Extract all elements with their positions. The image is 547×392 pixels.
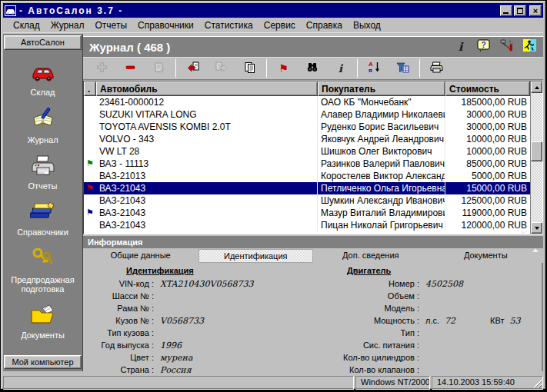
menu-item-zhurnal[interactable]: Журнал: [45, 18, 90, 32]
column-header-price[interactable]: Стоимость: [445, 81, 530, 96]
table-row[interactable]: SUZUKI VITARA LONG Алавер Владимир Никол…: [84, 108, 530, 121]
close-button[interactable]: ×: [529, 5, 542, 16]
keys-icon: [31, 247, 55, 273]
column-header-flag[interactable]: .: [84, 81, 96, 96]
table-row[interactable]: VOLVO - 343 Яковчук Андрей Леандрович 10…: [84, 133, 530, 145]
tab-identifikatsiya[interactable]: Идентификация: [198, 249, 314, 263]
help-button[interactable]: ?: [476, 40, 491, 54]
journal-header: Журнал ( 468 ) i ?: [83, 36, 543, 57]
field-label: VIN-код :: [83, 278, 154, 291]
cell-buyer: Пицан Николай Григорьевич: [318, 219, 445, 231]
sidebar-item-label: Документы: [5, 331, 81, 340]
table-row[interactable]: TOYOTA AVENSIS KOMBI 2.0T Руденко Борис …: [84, 121, 530, 133]
status-datetime: 14.10.2003 15:59:40: [437, 377, 515, 387]
flag-button[interactable]: ⚑: [269, 59, 298, 78]
sidebar-group-avtosalon[interactable]: АвтоСалон: [4, 35, 82, 50]
import-button[interactable]: [178, 59, 207, 78]
menu-item-sklad[interactable]: Склад: [8, 18, 45, 32]
table-row[interactable]: ВАЗ-21043 Шумкин Александр Иванович 1250…: [84, 194, 530, 207]
tab-dokumenty[interactable]: Документы: [429, 249, 544, 263]
sidebar-item-spravochniki[interactable]: Справочники: [5, 201, 81, 237]
delete-button[interactable]: [116, 59, 145, 78]
menu-item-spravka[interactable]: Справка: [301, 18, 348, 32]
edit-button[interactable]: [145, 59, 173, 78]
collapse-panel-button[interactable]: [520, 235, 526, 249]
identification-fields: VIN-код :XTA210430V0568733Шасси № :Рама …: [83, 278, 322, 377]
field-value: [419, 352, 425, 364]
table-row[interactable]: ⚑ ВАЗ - 11113 Разинков Валерий Павлович …: [84, 158, 530, 170]
table-row[interactable]: 23461-0000012 ОАО КБ "Мончебанк" 185000,…: [84, 96, 530, 108]
tab-obshchie-dannye[interactable]: Общие данные: [83, 249, 198, 263]
field-label: Тип :: [325, 327, 419, 340]
record-info-button[interactable]: i: [326, 59, 355, 78]
settings-button[interactable]: [499, 40, 514, 54]
copy-button[interactable]: [235, 59, 264, 78]
info-button[interactable]: i: [453, 40, 468, 54]
form-field: Модель :: [325, 303, 545, 315]
cell-car: ВАЗ-21043: [96, 207, 318, 219]
cell-price: 5000,00 RUB: [445, 170, 530, 182]
cell-car: VW LT 28: [96, 145, 318, 158]
add-button[interactable]: [88, 59, 116, 78]
maximize-button[interactable]: [514, 5, 526, 16]
info-form: Идентификация VIN-код :XTA210430V0568733…: [83, 263, 543, 371]
field-value: [154, 303, 160, 315]
add-icon: [96, 61, 108, 76]
collapse-down-icon: [520, 231, 526, 248]
table-row[interactable]: ВАЗ-21043 Пицан Николай Григорьевич 1200…: [84, 219, 530, 231]
cell-price: 119000,00 RUB: [445, 207, 530, 219]
filter-button[interactable]: [389, 59, 417, 78]
form-field: Год выпуска :1996: [83, 340, 322, 352]
table-scrollbar[interactable]: [530, 81, 542, 234]
copy-icon: [244, 61, 256, 76]
table-row[interactable]: VW LT 28 Шишков Олег Викторович 10000,00…: [84, 145, 530, 158]
record-info-icon: i: [339, 62, 342, 75]
toolbar-separator: [266, 59, 267, 78]
cell-car: ВАЗ-21043: [96, 182, 318, 194]
table-row[interactable]: ⚑ ВАЗ-21043 Мазур Виталий Владимирович 1…: [84, 207, 530, 219]
sidebar-item-dokumenty[interactable]: Документы: [5, 304, 81, 340]
menu-item-vykhod[interactable]: Выход: [348, 18, 386, 32]
menu-item-otchety[interactable]: Отчеты: [90, 18, 132, 32]
exit-button[interactable]: [522, 40, 537, 54]
engine-group: Двигатель Номер :4502508Объем :Модель :М…: [325, 266, 545, 377]
cell-buyer: Шумкин Александр Иванович: [318, 194, 445, 207]
scrollbar-thumb[interactable]: [531, 141, 542, 161]
arrow-down-icon: [535, 227, 539, 230]
expand-panel-button[interactable]: [532, 235, 539, 249]
sort-button[interactable]: Ая: [360, 59, 389, 78]
sidebar-item-otchety[interactable]: Отчеты: [5, 154, 81, 191]
resize-grip[interactable]: [533, 380, 542, 389]
export-icon: [215, 61, 228, 76]
app-window: - АвтоСалон 3.7 - × Склад Журнал Отчеты …: [0, 0, 547, 392]
menu-item-statistika[interactable]: Статистика: [199, 18, 258, 32]
cell-car: VOLVO - 343: [96, 133, 318, 145]
title-bar: - АвтоСалон 3.7 - ×: [3, 3, 543, 18]
status-panel-main: [3, 376, 354, 390]
row-flag-icon: [84, 219, 96, 231]
export-button[interactable]: [207, 59, 235, 78]
column-header-car[interactable]: Автомобиль: [96, 81, 318, 96]
scroll-up-button[interactable]: [531, 81, 542, 93]
column-header-buyer[interactable]: Покупатель: [318, 81, 445, 96]
scroll-down-button[interactable]: [531, 222, 542, 234]
sidebar-group-moy-kompyuter[interactable]: Мой компьютер: [4, 355, 82, 369]
row-flag-icon: [84, 145, 96, 158]
info-tabs: Общие данные Идентификация Доп. сведения…: [83, 249, 543, 263]
cell-car: ВАЗ-21013: [96, 170, 318, 182]
sidebar-item-sklad[interactable]: Склад: [5, 62, 81, 97]
sidebar-item-zhurnal[interactable]: Журнал: [5, 107, 81, 145]
minimize-button[interactable]: [500, 5, 512, 16]
menu-item-spravochniki[interactable]: Справочники: [132, 18, 199, 32]
field-label: Мощность :: [325, 315, 419, 327]
table-row[interactable]: ⚑ ВАЗ-21043 Петличенко Ольга Игорьевна 1…: [84, 182, 530, 194]
table-row[interactable]: ВАЗ-21013 Коростелев Виктор Александров …: [84, 170, 530, 182]
sidebar-item-predprodazhnaya[interactable]: Предпродажная подготовка: [5, 247, 81, 294]
field-label: Год выпуска :: [83, 340, 154, 352]
svg-text:я: я: [369, 67, 372, 73]
menu-item-servis[interactable]: Сервис: [258, 18, 301, 32]
print-button[interactable]: [422, 59, 451, 78]
tab-dop-svedeniya[interactable]: Доп. сведения: [313, 249, 429, 263]
find-button[interactable]: [298, 59, 326, 78]
cell-buyer: Мазур Виталий Владимирович: [318, 207, 445, 219]
